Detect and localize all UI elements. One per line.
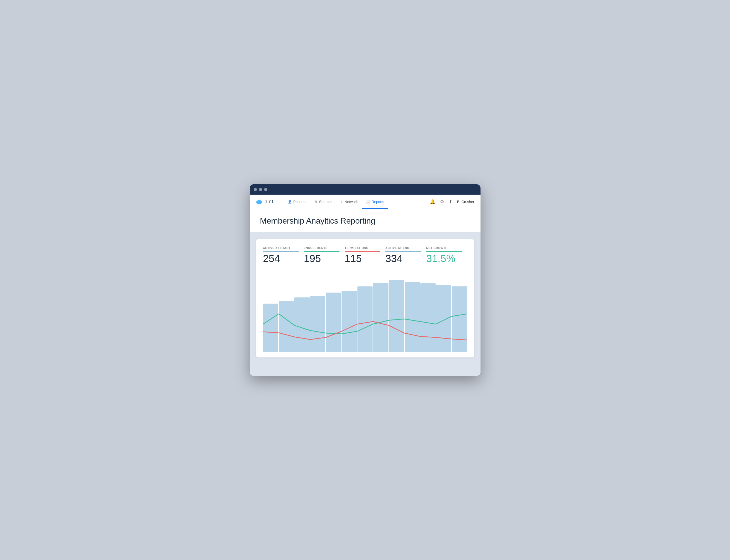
stat-value-enrollments: 195 [304, 253, 339, 264]
bar-10 [420, 283, 435, 352]
bar-0 [263, 304, 278, 352]
stat-active-start: ACTIVE AT START 254 [263, 246, 304, 264]
nav-right: 🔔 ⚙ ⬆ B. Crusher [430, 199, 474, 205]
chart-card: ACTIVE AT START 254 ENROLLMENTS 195 TERM… [256, 239, 474, 357]
chart-area [263, 270, 467, 352]
stat-value-terminations: 115 [345, 253, 380, 264]
bar-4 [326, 293, 341, 352]
cloud-icon [256, 199, 263, 204]
navbar: hint 👤 Patients ▦ Sources ◁ Network 📊 Re… [250, 195, 481, 209]
brand-name: hint [265, 199, 273, 205]
patients-icon: 👤 [288, 200, 292, 204]
reports-icon: 📊 [366, 200, 370, 204]
stat-active-end: ACTIVE AT END 334 [385, 246, 426, 264]
bell-icon[interactable]: 🔔 [430, 199, 435, 205]
network-icon: ◁ [341, 200, 343, 204]
user-name[interactable]: B. Crusher [457, 200, 474, 204]
bar-3 [310, 296, 325, 352]
svg-point-3 [257, 199, 261, 203]
traffic-light-yellow[interactable] [259, 188, 262, 191]
nav-item-network[interactable]: ◁ Network [336, 195, 362, 209]
nav-item-patients[interactable]: 👤 Patients [284, 195, 311, 209]
settings-icon[interactable]: ⚙ [440, 199, 444, 205]
bars-container [263, 270, 467, 352]
stat-label-terminations: TERMINATIONS [345, 246, 380, 252]
bar-1 [279, 301, 294, 352]
bar-2 [294, 297, 309, 352]
page-title: Membership Anayltics Reporting [260, 216, 470, 226]
nav-items: 👤 Patients ▦ Sources ◁ Network 📊 Reports [284, 195, 430, 209]
stat-label-active-start: ACTIVE AT START [263, 246, 299, 252]
stat-label-net-growth: NET GROWTH [426, 246, 462, 252]
traffic-light-red[interactable] [254, 188, 257, 191]
bar-12 [452, 286, 467, 352]
nav-label-patients: Patients [293, 200, 306, 204]
nav-item-sources[interactable]: ▦ Sources [310, 195, 336, 209]
stat-value-active-end: 334 [385, 253, 421, 264]
nav-label-reports: Reports [372, 200, 384, 204]
browser-frame: hint 👤 Patients ▦ Sources ◁ Network 📊 Re… [250, 184, 481, 376]
bar-6 [357, 286, 373, 352]
browser-titlebar [250, 184, 481, 195]
bar-9 [405, 282, 420, 352]
page-content: ACTIVE AT START 254 ENROLLMENTS 195 TERM… [250, 232, 481, 376]
nav-label-network: Network [345, 200, 358, 204]
upload-icon[interactable]: ⬆ [449, 199, 453, 205]
stat-net-growth: NET GROWTH 31.5% [426, 246, 467, 264]
stat-label-active-end: ACTIVE AT END [385, 246, 421, 252]
stat-value-net-growth: 31.5% [426, 253, 462, 264]
page-header: Membership Anayltics Reporting [250, 209, 481, 232]
stats-row: ACTIVE AT START 254 ENROLLMENTS 195 TERM… [263, 246, 467, 264]
bar-11 [436, 285, 451, 352]
nav-item-reports[interactable]: 📊 Reports [362, 195, 388, 209]
sources-icon: ▦ [314, 200, 317, 204]
stat-value-active-start: 254 [263, 253, 299, 264]
bar-8 [389, 280, 404, 352]
nav-label-sources: Sources [319, 200, 332, 204]
bar-7 [373, 283, 388, 352]
traffic-light-green[interactable] [264, 188, 267, 191]
brand-logo: hint [256, 199, 273, 205]
stat-terminations: TERMINATIONS 115 [345, 246, 385, 264]
stat-enrollments: ENROLLMENTS 195 [304, 246, 345, 264]
bar-5 [342, 291, 357, 352]
stat-label-enrollments: ENROLLMENTS [304, 246, 339, 252]
